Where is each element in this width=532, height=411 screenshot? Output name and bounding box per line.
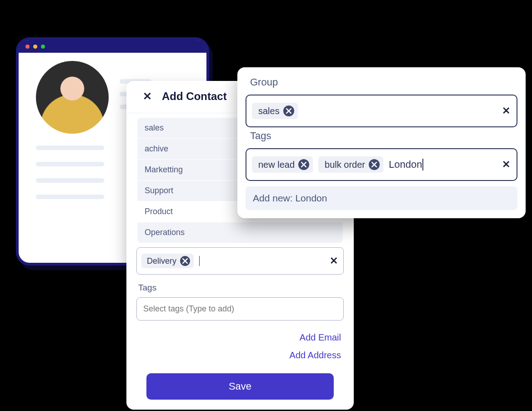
traffic-light-zoom-icon[interactable] (41, 45, 45, 49)
text-cursor (199, 256, 200, 266)
add-new-tag-option[interactable]: Add new: London (246, 186, 517, 210)
group-chip-sales: sales (252, 103, 298, 119)
tag-chip: bulk order (318, 156, 383, 173)
tags-label: Tags (138, 283, 343, 293)
modal-title: Add Contact (162, 90, 227, 103)
tags-typed-text: London (389, 159, 423, 170)
group-input[interactable]: Delivery ✕ (136, 247, 344, 275)
remove-chip-icon[interactable] (298, 159, 309, 170)
tags-field[interactable]: new leadbulk order London ✕ (246, 148, 517, 181)
add-address-link[interactable]: Add Address (290, 350, 341, 361)
avatar (36, 61, 109, 134)
remove-chip-icon[interactable] (283, 105, 294, 116)
chip-label: bulk order (325, 160, 365, 170)
group-label: Group (250, 76, 516, 88)
traffic-light-close-icon[interactable] (25, 45, 30, 49)
remove-chip-icon[interactable] (180, 256, 190, 266)
group-chip-delivery: Delivery (141, 254, 194, 268)
chip-label: Delivery (147, 256, 176, 266)
tag-chip: new lead (252, 156, 313, 173)
clear-field-icon[interactable]: ✕ (329, 256, 339, 266)
clear-field-icon[interactable]: ✕ (501, 106, 511, 116)
group-field[interactable]: sales ✕ (246, 95, 517, 127)
group-suggestion-item[interactable]: Operations (137, 222, 343, 243)
remove-chip-icon[interactable] (369, 159, 380, 170)
window-titlebar (19, 40, 206, 53)
chip-label: new lead (258, 160, 295, 170)
save-button[interactable]: Save (146, 373, 334, 400)
tags-input[interactable] (136, 297, 344, 321)
close-icon[interactable]: ✕ (143, 91, 152, 102)
add-email-link[interactable]: Add Email (300, 332, 341, 343)
chip-label: sales (258, 106, 280, 116)
clear-field-icon[interactable]: ✕ (501, 160, 511, 170)
tags-label: Tags (250, 130, 516, 142)
group-tags-popover: Group sales ✕ Tags new leadbulk order Lo… (237, 67, 526, 218)
traffic-light-minimize-icon[interactable] (33, 45, 37, 49)
